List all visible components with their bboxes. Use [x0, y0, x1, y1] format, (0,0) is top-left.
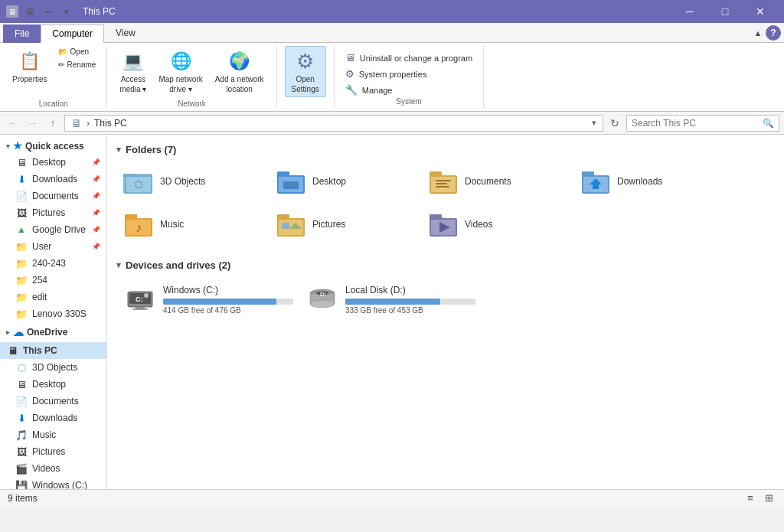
tab-file[interactable]: File	[3, 24, 41, 43]
address-input[interactable]: 🖥 › This PC ▾	[64, 115, 603, 132]
sidebar-item-downloads[interactable]: ⬇ Downloads 📌	[0, 171, 106, 188]
ribbon-tabs: File Computer View ▲ ?	[0, 23, 784, 43]
sidebar-item-254[interactable]: 📁 254	[0, 272, 106, 289]
sidebar-quick-access-header[interactable]: ▾ ★ Quick access	[0, 138, 106, 154]
down-arrow-button[interactable]: ▾	[60, 5, 74, 18]
sidebar-section-this-pc: 🖥 This PC ⬡ 3D Objects 🖥 Desktop 📄 Docum…	[0, 342, 106, 489]
add-network-location-button[interactable]: 🌍 Add a network location	[211, 46, 269, 96]
network-group-label: Network	[178, 98, 206, 108]
folder-documents[interactable]: Documents	[421, 162, 570, 201]
sidebar-item-documents-pc[interactable]: 📄 Documents	[0, 393, 106, 410]
folder-music[interactable]: ♪ Music	[116, 204, 266, 244]
sidebar-item-desktop-pc[interactable]: 🖥 Desktop	[0, 376, 106, 393]
drive-local-d[interactable]: D: Local Disk (D:) 333 GB free of 453 GB	[299, 277, 475, 321]
quick-access-chevron: ▾	[6, 142, 10, 150]
sidebar-item-music-pc-label: Music	[32, 429, 56, 440]
sidebar-item-downloads-pc[interactable]: ⬇ Downloads	[0, 410, 106, 426]
folder-3d-objects[interactable]: ⬡ 3D Objects	[116, 162, 266, 201]
sidebar-item-music-pc[interactable]: 🎵 Music	[0, 426, 106, 443]
search-box[interactable]: 🔍	[626, 115, 779, 132]
settings-gear-icon: ⚙	[296, 50, 314, 73]
undo-button[interactable]: ↩	[41, 5, 55, 18]
3d-objects-icon: ⬡	[15, 361, 28, 374]
sidebar-section-quick-access: ▾ ★ Quick access 🖥 Desktop 📌 ⬇ Downloads…	[0, 138, 106, 322]
manage-icon: 🔧	[345, 84, 358, 96]
folders-section-header[interactable]: ▾ Folders (7)	[116, 141, 775, 162]
sidebar-item-3d-objects[interactable]: ⬡ 3D Objects	[0, 359, 106, 376]
folder-pictures[interactable]: Pictures	[269, 204, 418, 244]
sidebar-item-pictures[interactable]: 🖼 Pictures 📌	[0, 204, 106, 221]
folder-downloads[interactable]: Downloads	[573, 162, 723, 201]
folder-desktop-icon	[276, 166, 306, 197]
folder-downloads-label: Downloads	[617, 176, 662, 187]
sidebar-item-240-243[interactable]: 📁 240-243	[0, 255, 106, 272]
pin-icon-gdrive: 📌	[92, 226, 100, 233]
svg-text:⬡: ⬡	[135, 179, 142, 190]
sidebar-item-this-pc-label: This PC	[23, 345, 57, 356]
svg-rect-20	[125, 214, 137, 220]
main-layout: ▾ ★ Quick access 🖥 Desktop 📌 ⬇ Downloads…	[0, 135, 784, 489]
desktop-pc-icon: 🖥	[15, 378, 28, 390]
svg-rect-16	[582, 171, 594, 177]
uninstall-button[interactable]: 🖥 Uninstall or change a program	[342, 51, 475, 65]
quick-access-star-icon: ★	[13, 140, 22, 152]
drives-section-header[interactable]: ▾ Devices and drives (2)	[116, 256, 775, 277]
content-area: ▾ Folders (7) ⬡ 3D Objects	[107, 135, 784, 489]
sidebar-item-desktop[interactable]: 🖥 Desktop 📌	[0, 154, 106, 171]
minimize-button[interactable]: ─	[672, 0, 707, 23]
refresh-button[interactable]: ↻	[606, 115, 623, 132]
sidebar-item-videos-pc[interactable]: 🎬 Videos	[0, 460, 106, 477]
open-settings-button[interactable]: ⚙ Open Settings	[285, 46, 326, 97]
sidebar-onedrive-header[interactable]: ▸ ☁ OneDrive	[0, 324, 106, 341]
manage-button[interactable]: 🔧 Manage	[342, 83, 475, 97]
close-button[interactable]: ✕	[743, 0, 778, 23]
drive-windows-c[interactable]: C: Windows (C:) 414 GB free of 476 GB	[116, 277, 292, 321]
ribbon-collapse-button[interactable]: ▲	[750, 25, 766, 41]
open-button[interactable]: 📂 Open	[55, 46, 100, 57]
back-button[interactable]: ←	[5, 115, 21, 132]
system-properties-button[interactable]: ⚙ System properties	[342, 67, 475, 81]
details-view-button[interactable]: ≡	[743, 491, 758, 506]
sidebar-item-lenovo[interactable]: 📁 Lenovo 330S	[0, 305, 106, 322]
tab-computer[interactable]: Computer	[41, 24, 104, 43]
folder-desktop[interactable]: Desktop	[269, 162, 418, 201]
address-dropdown-icon[interactable]: ▾	[592, 118, 596, 128]
help-button[interactable]: ?	[766, 25, 781, 41]
up-button[interactable]: ↑	[44, 115, 61, 132]
folder-videos[interactable]: Videos	[421, 204, 570, 244]
rename-button[interactable]: ✏ Rename	[55, 59, 100, 70]
search-input[interactable]	[632, 118, 760, 129]
forward-button[interactable]: →	[24, 115, 41, 132]
sidebar-item-documents[interactable]: 📄 Documents 📌	[0, 188, 106, 204]
folder-videos-icon	[428, 209, 459, 240]
tab-view[interactable]: View	[104, 24, 147, 42]
add-network-icon: 🌍	[227, 49, 252, 73]
sidebar-item-user[interactable]: 📁 User 📌	[0, 238, 106, 255]
svg-rect-10	[430, 171, 442, 177]
videos-pc-icon: 🎬	[15, 462, 28, 475]
folder-240-icon: 📁	[15, 257, 28, 269]
map-network-drive-button[interactable]: 🌐 Map network drive ▾	[154, 46, 207, 96]
status-right: ≡ ⊞	[743, 491, 776, 506]
properties-button[interactable]: 📋 Properties	[8, 46, 52, 86]
sidebar-item-windows-c[interactable]: 💾 Windows (C:)	[0, 477, 106, 489]
drives-section-label: Devices and drives (2)	[126, 259, 230, 271]
drive-d-info: Local Disk (D:) 333 GB free of 453 GB	[345, 285, 475, 315]
sidebar-item-pictures-pc[interactable]: 🖼 Pictures	[0, 443, 106, 460]
maximize-button[interactable]: □	[707, 0, 743, 23]
this-pc-icon: 🖥	[6, 344, 18, 357]
drives-grid: C: Windows (C:) 414 GB free of 476 GB	[116, 277, 775, 321]
svg-rect-35	[132, 308, 148, 310]
rename-icon: ✏	[58, 60, 64, 69]
drive-d-icon: D:	[307, 284, 338, 315]
access-media-button[interactable]: 💻 Access media ▾	[115, 46, 151, 96]
sidebar-item-this-pc[interactable]: 🖥 This PC	[0, 342, 106, 359]
sidebar-item-google-drive[interactable]: ▲ Google Drive 📌	[0, 221, 106, 238]
sidebar-item-edit[interactable]: 📁 edit	[0, 289, 106, 305]
access-media-icon: 💻	[121, 49, 145, 73]
svg-rect-26	[282, 223, 289, 229]
large-icons-view-button[interactable]: ⊞	[761, 491, 776, 506]
sidebar-item-documents-pc-label: Documents	[32, 396, 79, 406]
folder-desktop-label: Desktop	[312, 176, 346, 187]
save-button[interactable]: 🖫	[23, 5, 37, 18]
